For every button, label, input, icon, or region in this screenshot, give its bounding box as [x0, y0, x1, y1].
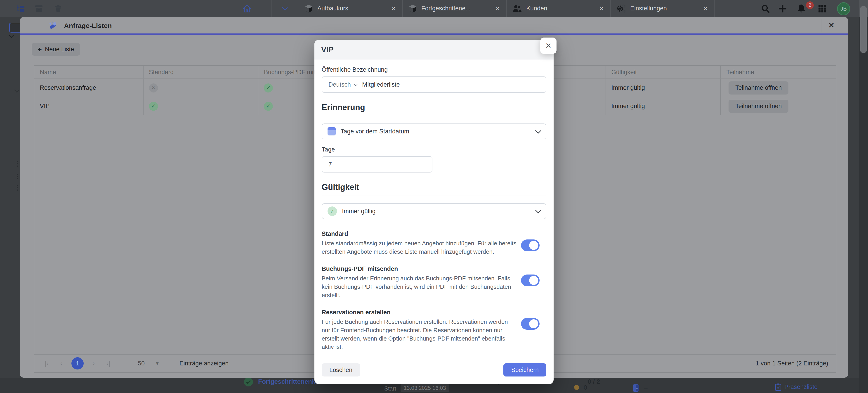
standard-toggle[interactable] — [521, 239, 539, 251]
pagination-summary: 1 von 1 Seiten (2 Einträge) — [756, 360, 828, 367]
vip-dialog: ✕ VIP Öffentliche Bezeichnung Deutsch Er… — [314, 40, 554, 384]
chevron-down-icon — [354, 82, 358, 86]
archive-box-icon[interactable] — [33, 0, 44, 17]
days-label: Tage — [322, 146, 546, 153]
capacity-ratio: 0 / 2 — [588, 378, 600, 385]
medal-count: 0 — [584, 384, 587, 391]
calendar-icon — [328, 127, 336, 135]
course-status-icon — [244, 377, 253, 387]
door-icon[interactable] — [633, 384, 640, 392]
reservation-toggle[interactable] — [521, 318, 539, 330]
pdf-label: Buchungs-PDF mitsenden — [322, 266, 517, 272]
divider — [322, 195, 546, 196]
check-circle-icon: ✓ — [328, 207, 337, 216]
tab-close-icon[interactable]: ✕ — [599, 5, 604, 12]
trash-icon[interactable] — [53, 0, 64, 17]
standard-label: Standard — [322, 231, 517, 237]
chevron-down-icon[interactable] — [279, 0, 290, 17]
check-circle-icon: ✓ — [149, 102, 158, 111]
cube-icon — [305, 4, 313, 13]
background-chevron-down-icon — [14, 88, 20, 93]
pdf-toggle[interactable] — [521, 274, 539, 286]
cell-standard: × — [143, 79, 258, 97]
current-page-button[interactable]: 1 — [71, 357, 84, 369]
tab-label: Fortgeschrittene... — [421, 5, 491, 12]
delete-button[interactable]: Löschen — [322, 363, 360, 376]
magic-wand-icon — [49, 21, 58, 31]
validity-heading: Gültigkeit — [322, 182, 546, 192]
dash-text: – — [644, 384, 648, 392]
first-page-icon[interactable]: |‹ — [45, 360, 49, 367]
language-select[interactable]: Deutsch — [329, 81, 351, 88]
save-button[interactable]: Speichern — [503, 363, 546, 376]
dialog-footer: Löschen Speichern — [322, 363, 546, 376]
pdf-toggle-row: Buchungs-PDF mitsenden Beim Versand der … — [322, 266, 546, 299]
caret-down-icon[interactable]: ▼ — [155, 361, 160, 366]
tab-label: Aufbaukurs — [317, 5, 386, 12]
dialog-body: Öffentliche Bezeichnung Deutsch Erinneru… — [314, 59, 554, 384]
modal-close-button[interactable]: ✕ — [825, 20, 838, 31]
validity-select[interactable]: ✓ Immer gültig — [322, 203, 546, 219]
page-size-select[interactable]: 50 — [138, 360, 145, 367]
reservation-description: Für jede Buchung auch Reservationen erst… — [322, 318, 517, 351]
new-list-button[interactable]: + Neue Liste — [32, 43, 80, 56]
open-participation-button[interactable]: Teilnahme öffnen — [728, 100, 788, 113]
home-icon[interactable] — [241, 0, 252, 17]
next-page-icon[interactable]: › — [93, 360, 95, 367]
plus-icon[interactable] — [777, 0, 788, 17]
clipboard-check-icon — [775, 384, 781, 391]
tab-kunden[interactable]: Kunden ✕ — [506, 0, 610, 17]
tab-aufbaukurs[interactable]: Aufbaukurs ✕ — [298, 0, 402, 17]
start-label: Start — [384, 385, 396, 392]
topbar-separator — [271, 0, 272, 17]
page-scrollbar-track[interactable] — [859, 17, 868, 393]
apps-grid-icon[interactable] — [816, 0, 828, 17]
column-header-standard[interactable]: Standard — [143, 66, 258, 79]
cell-action: Teilnahme öffnen — [720, 79, 836, 97]
standard-description: Liste standardmässig zu jedem neuen Ange… — [322, 239, 517, 256]
modal-title: Anfrage-Listen — [49, 21, 112, 31]
attendance-link[interactable]: Präsenzliste — [784, 384, 817, 391]
public-name-label: Öffentliche Bezeichnung — [322, 66, 546, 73]
background-chevron-down-icon — [9, 33, 14, 38]
days-input[interactable] — [322, 156, 432, 173]
tab-einstellungen[interactable]: Einstellungen ✕ — [610, 0, 714, 17]
cube-icon — [409, 4, 417, 13]
tab-close-icon[interactable]: ✕ — [495, 5, 500, 12]
prev-page-icon[interactable]: ‹ — [60, 360, 62, 367]
chevron-down-icon — [535, 207, 541, 213]
tab-fortgeschrittene[interactable]: Fortgeschrittene... ✕ — [402, 0, 506, 17]
scrollbar-thumb[interactable] — [860, 6, 867, 53]
check-circle-icon: ✓ — [264, 102, 273, 111]
bell-icon[interactable] — [796, 0, 807, 17]
tab-close-icon[interactable]: ✕ — [391, 5, 396, 12]
notification-badge: 2 — [806, 1, 814, 9]
avatar[interactable]: JB — [837, 2, 850, 16]
public-name-input[interactable] — [362, 81, 539, 88]
last-page-icon[interactable]: ›| — [106, 360, 110, 367]
column-header-teilnahme[interactable]: Teilnahme — [720, 66, 836, 79]
tab-close-icon[interactable]: ✕ — [703, 5, 708, 12]
chevron-down-icon — [535, 127, 541, 133]
header-separator — [821, 19, 822, 32]
reservation-toggle-row: Reservationen erstellen Für jede Buchung… — [322, 309, 546, 351]
divider — [322, 116, 546, 116]
column-header-gueltigkeit[interactable]: Gültigkeit — [606, 66, 721, 79]
dialog-title: VIP — [314, 40, 554, 59]
check-circle-icon: ✓ — [264, 84, 273, 92]
reminder-select[interactable]: Tage vor dem Startdatum — [322, 123, 546, 139]
search-icon[interactable] — [760, 0, 771, 17]
cell-standard: ✓ — [143, 97, 258, 115]
gears-icon — [617, 4, 626, 13]
public-name-field: Deutsch — [322, 77, 546, 93]
folder-tree-icon[interactable] — [16, 0, 26, 17]
topbar-separator — [714, 0, 715, 17]
open-participation-button[interactable]: Teilnahme öffnen — [728, 82, 788, 94]
start-value: 13.03.2025 16:03 — [401, 384, 449, 392]
entries-label: Einträge anzeigen — [180, 360, 229, 367]
cell-action: Teilnahme öffnen — [720, 97, 836, 115]
column-header-name[interactable]: Name — [34, 66, 143, 79]
top-app-bar: Aufbaukurs ✕ Fortgeschrittene... ✕ Kunde… — [0, 0, 868, 17]
dialog-close-button[interactable]: ✕ — [540, 37, 557, 54]
standard-toggle-row: Standard Liste standardmässig zu jedem n… — [322, 231, 546, 256]
